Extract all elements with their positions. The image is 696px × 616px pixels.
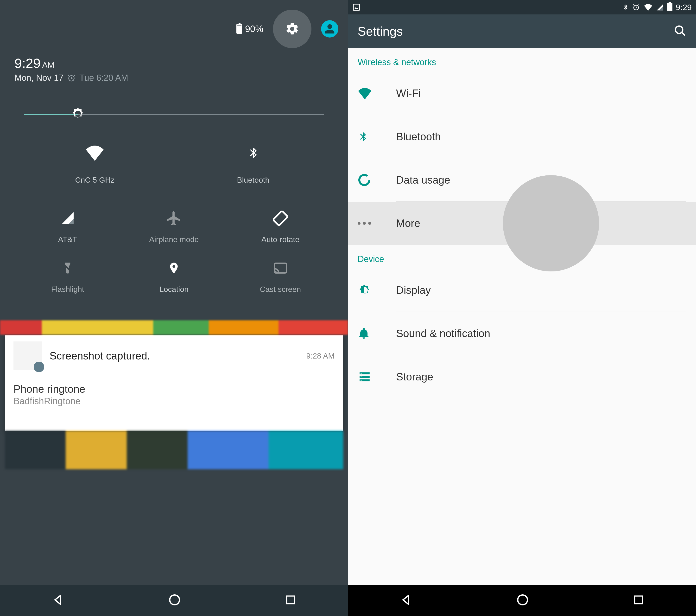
svg-point-17 — [518, 595, 528, 605]
rotate-icon — [272, 210, 289, 227]
appbar-title: Settings — [358, 24, 403, 38]
svg-point-4 — [170, 595, 180, 605]
brightness-icon — [71, 107, 85, 121]
qs-tile-label: Bluetooth — [185, 170, 322, 185]
phone-settings: 9:29 Settings Wireless & networks Wi-Fi … — [348, 0, 696, 616]
brightness-thumb[interactable] — [71, 107, 85, 122]
qs-tile-rotate[interactable]: Auto-rotate — [227, 201, 334, 251]
qs-tile-flashlight[interactable]: Flashlight — [14, 251, 121, 301]
notification-screenshot[interactable]: Screenshot captured. 9:28 AM — [5, 335, 343, 377]
notification-title: Phone ringtone — [14, 383, 334, 395]
nav-home-button[interactable] — [516, 594, 529, 607]
qs-tile-label: Airplane mode — [149, 235, 199, 244]
svg-rect-5 — [287, 596, 294, 604]
battery-status: 90% — [236, 24, 263, 34]
qs-tile-label: Auto-rotate — [262, 235, 299, 244]
settings-item-label: Wi-Fi — [396, 87, 421, 99]
settings-item-label: Bluetooth — [396, 130, 441, 143]
settings-item-more[interactable]: More — [348, 202, 696, 245]
qs-alarm: Tue 6:20 AM — [79, 73, 128, 83]
notification-ringtone[interactable]: Phone ringtone BadfishRingtone — [5, 377, 343, 414]
person-icon — [324, 24, 335, 34]
svg-rect-6 — [353, 4, 360, 10]
settings-item-wifi[interactable]: Wi-Fi — [348, 72, 696, 115]
settings-item-storage[interactable]: Storage — [348, 355, 696, 399]
brightness-slider[interactable] — [24, 107, 324, 122]
svg-point-8 — [676, 26, 683, 33]
navigation-bar — [0, 585, 348, 616]
settings-button[interactable] — [273, 10, 312, 48]
section-header-wireless: Wireless & networks — [348, 48, 696, 72]
status-bar: 9:29 — [348, 0, 696, 14]
svg-line-9 — [682, 32, 685, 36]
nav-home-button[interactable] — [168, 594, 181, 607]
bluetooth-status-icon — [622, 3, 629, 11]
settings-item-bluetooth[interactable]: Bluetooth — [348, 115, 696, 158]
phone-quick-settings: 90% 9:29AM Mon, Nov 17 Tue 6:20 AM — [0, 0, 348, 616]
svg-point-15 — [361, 376, 362, 377]
qs-tile-wifi[interactable]: CnC 5 GHz — [22, 138, 168, 189]
settings-item-label: More — [396, 217, 420, 229]
cast-icon — [271, 261, 289, 275]
back-icon — [400, 594, 413, 606]
notification-time: 9:28 AM — [306, 352, 334, 360]
svg-point-10 — [359, 175, 369, 185]
notification-thumbnail — [14, 341, 42, 370]
settings-list[interactable]: Wireless & networks Wi-Fi Bluetooth Data… — [348, 48, 696, 399]
svg-rect-1 — [273, 211, 288, 226]
qs-tile-airplane[interactable]: Airplane mode — [121, 201, 227, 251]
qs-tile-location[interactable]: Location — [121, 251, 227, 301]
display-icon — [358, 283, 371, 297]
quick-settings-panel: 90% 9:29AM Mon, Nov 17 Tue 6:20 AM — [0, 0, 348, 320]
recents-icon — [285, 594, 296, 606]
qs-tile-cast[interactable]: Cast screen — [227, 251, 334, 301]
statusbar-time: 9:29 — [676, 3, 692, 12]
qs-tile-bluetooth[interactable]: Bluetooth — [180, 138, 327, 189]
battery-pct: 90% — [245, 24, 263, 34]
nav-back-button[interactable] — [400, 594, 413, 607]
nav-recents-button[interactable] — [285, 594, 296, 606]
notification-subtitle: BadfishRingtone — [14, 396, 334, 406]
qs-date: Mon, Nov 17 — [14, 73, 63, 83]
user-avatar-button[interactable] — [321, 20, 338, 37]
notification-list: Screenshot captured. 9:28 AM Phone ringt… — [5, 335, 343, 431]
qs-header: 90% — [10, 0, 338, 55]
signal-icon — [60, 211, 75, 226]
alarm-status-icon — [632, 3, 640, 11]
home-icon — [168, 594, 181, 606]
alarm-icon — [67, 74, 76, 82]
navigation-bar — [348, 585, 696, 616]
battery-status-icon — [667, 3, 673, 11]
nav-back-button[interactable] — [52, 594, 65, 607]
search-icon — [674, 25, 686, 37]
qs-ampm: AM — [42, 60, 54, 70]
recents-icon — [633, 594, 644, 606]
svg-rect-18 — [635, 596, 642, 604]
qs-tile-label: Location — [159, 285, 189, 294]
wifi-icon — [358, 87, 372, 99]
nav-recents-button[interactable] — [633, 594, 644, 606]
brightness-fill — [24, 114, 78, 115]
bell-icon — [358, 326, 370, 340]
homescreen-peek — [0, 320, 348, 335]
wifi-icon — [85, 144, 105, 161]
settings-item-label: Storage — [396, 371, 433, 383]
svg-point-14 — [361, 373, 362, 374]
settings-item-display[interactable]: Display — [348, 268, 696, 312]
battery-icon — [236, 24, 242, 34]
settings-item-sound[interactable]: Sound & notification — [348, 312, 696, 355]
data-usage-icon — [358, 173, 371, 187]
flashlight-icon — [61, 260, 74, 276]
qs-datetime[interactable]: 9:29AM Mon, Nov 17 Tue 6:20 AM — [10, 55, 338, 88]
settings-item-label: Display — [396, 284, 431, 296]
airplane-icon — [165, 210, 182, 227]
settings-item-label: Sound & notification — [396, 327, 490, 340]
qs-tiles-grid: AT&T Airplane mode Auto-rotate Flashligh… — [10, 192, 338, 320]
bluetooth-icon — [358, 129, 368, 144]
image-notification-icon — [352, 3, 361, 11]
notification-collapsed[interactable] — [5, 414, 343, 431]
qs-tile-label: AT&T — [58, 235, 77, 244]
search-button[interactable] — [674, 25, 686, 38]
qs-tile-label: CnC 5 GHz — [27, 170, 163, 185]
qs-tile-cellular[interactable]: AT&T — [14, 201, 121, 251]
